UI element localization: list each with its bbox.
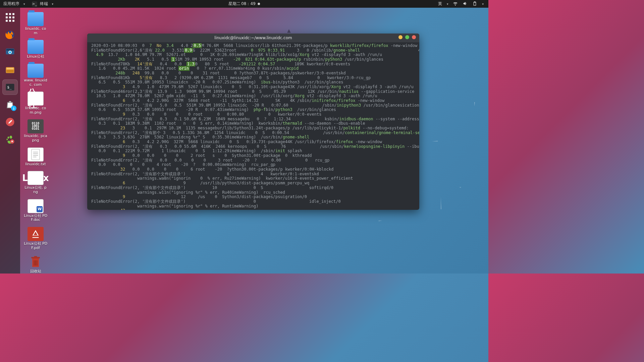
input-method-indicator[interactable]: 英 <box>438 1 442 7</box>
screenshot-launcher[interactable] <box>2 45 18 60</box>
notification-dot-icon <box>258 3 260 5</box>
svg-rect-18 <box>31 257 40 258</box>
desktop-icon-label: Linux公社 <box>27 55 44 59</box>
terminal-line: 32 0.0 0.0 0 0 6 root -20 ?ython30.00t-p… <box>91 167 415 172</box>
software-launcher[interactable]: ↓ <box>2 97 18 112</box>
trash-icon <box>28 255 44 269</box>
desktop-icon[interactable]: 公社linuxidc. com.png <box>23 92 48 115</box>
terminal-window[interactable]: linuxidc@linuxidc:~/www.linuxidc.com 202… <box>87 34 419 210</box>
desktop-icon-label: linuxidc. com.png <box>23 106 48 115</box>
desktop-icon-label: Linux公社 PDF.doc <box>23 214 48 222</box>
terminal-line: FileNotFound95ror(2,6'没有 22.0 3.5310.9G … <box>91 48 415 53</box>
desktop-icon-label: 回收站 <box>30 269 41 274</box>
terminal-line: warnings.wa8n("ignorin 0 % err, Ru27imeW… <box>91 176 415 181</box>
chevron-down-icon: ▾ <box>482 2 484 6</box>
battery-icon[interactable] <box>472 1 477 7</box>
terminal-line: FileNotFoundError(2, '没有那个文件或目录') 0 idle… <box>91 199 415 204</box>
terminal-line: FileNotFoundError(2, '没有 5.0 0.5 551M 39… <box>91 103 415 108</box>
image-thumbnail-icon: 公社 <box>28 92 44 106</box>
files-launcher[interactable] <box>2 62 18 77</box>
terminal-line: FileNotFoundError(2, '没有那个文件或目录') 10 0 S… <box>91 186 415 190</box>
window-title: linuxidc@linuxidc:~/www.linuxidc.com <box>214 36 292 40</box>
download-badge-icon: ↓ <box>11 106 16 111</box>
terminal-line: 0.0 0.1 221M 9.72M 1 linuxidc 0 S 1:12.2… <box>91 149 415 154</box>
desktop-icon[interactable]: linuxidc. com <box>23 12 48 35</box>
terminal-line: 6 0.3 4.2 2.90G 327M 5668 linuxidc 0 S 0… <box>91 140 415 144</box>
svg-rect-19 <box>34 256 37 257</box>
desktop-icon-label: linuxidc. com <box>23 27 48 35</box>
desktop-icon[interactable]: 011010010101linuxidc. pcapng <box>23 119 48 142</box>
terminal-line: warnings.warn("ignoring %r" % err, Runti… <box>91 204 415 209</box>
terminal-line: 6 9.6 4.2 2.90G 327M 5668 root -11 Syth1… <box>91 99 415 103</box>
text-file-icon <box>28 147 44 162</box>
terminal-line: 23 3 0.1 297M 10.1M 1135 messagebur/lib/… <box>91 126 415 131</box>
active-app-label[interactable]: 终端 <box>39 1 49 7</box>
applications-menu[interactable]: 应用程序 <box>2 1 21 7</box>
desktop-icon[interactable]: WLinux公社 PDF.doc <box>23 199 48 222</box>
doc-file-icon: W <box>28 199 44 213</box>
text-editor-launcher[interactable] <box>2 114 18 130</box>
dock: $_ ↓ <box>0 8 20 274</box>
terminal-line: 0.3 3.5 3.63G 278M 5362 linuxidcng %r" S… <box>91 135 415 140</box>
svg-text:$_: $_ <box>7 85 12 89</box>
terminal-line: FileNotFoundError(2, '没有 0.0 0.0 0 0 3 r… <box>91 158 415 163</box>
resize-hint-icon: ▲ <box>287 28 291 33</box>
chevron-down-icon: ▾ <box>51 2 55 6</box>
terminal-line: 9 0.0 0.0 0 0 2 root s 0 Sython31.00t-pa… <box>91 154 415 158</box>
svg-rect-6 <box>7 68 13 69</box>
desktop-icon[interactable]: 回收站 <box>23 255 48 274</box>
terminal-content[interactable]: 2020-03-10 08:09:03 0 7 No 3.4 4.0 20.5M… <box>87 42 419 210</box>
desktop-icon-label: linuxidc.txt <box>25 162 46 167</box>
top-panel: 应用程序 ▾ >_ 终端 ▾ 星期二 08：49 英 ▾ ▾ <box>0 0 488 8</box>
window-close-button[interactable] <box>412 35 416 39</box>
desktop-icon[interactable]: linuxidc.txt <box>23 147 48 167</box>
terminal-line: 0.6 0.5 551M 37.6M 10953 root -20 R 0:07… <box>91 108 415 112</box>
terminal-indicator-icon[interactable]: >_ <box>32 1 37 7</box>
window-titlebar[interactable]: linuxidc@linuxidc:~/www.linuxidc.com <box>87 34 419 42</box>
clock[interactable]: 星期二 08：49 <box>228 1 260 7</box>
terminal-line: FileNotFoundError(2, '没有那个 3 0.5 1.33G 3… <box>91 131 415 135</box>
window-minimize-button[interactable] <box>398 35 402 39</box>
desktop-icon[interactable]: Linux公社 <box>23 40 48 59</box>
firefox-icon <box>5 30 15 40</box>
desktop-icon-label: Linux公社. png <box>23 186 48 194</box>
folder-icon <box>28 64 44 78</box>
desktop-icon[interactable]: www. linuxidc. com <box>23 64 48 87</box>
show-applications-button[interactable] <box>2 10 18 25</box>
terminal-line: 6.5 0.5 551M 39.8M 10953 linuxidcn -20 R… <box>91 80 415 85</box>
camera-icon <box>5 47 15 57</box>
desktop-icon[interactable]: LinuxLinux公社. png <box>23 171 48 194</box>
wifi-icon[interactable] <box>453 1 458 7</box>
gnome-foot-icon <box>5 134 15 144</box>
terminal-line: FileNotFound46ror(2,3'没有 13.9 1.3 900M 9… <box>91 89 415 94</box>
window-maximize-button[interactable] <box>405 35 409 39</box>
svg-rect-7 <box>6 70 14 73</box>
terminal-line: 9 12 /us 0 Sython3/dist-packages/psuigra… <box>91 195 415 199</box>
desktop-icons: linuxidc. comLinux公社www. linuxidc. com公社… <box>23 12 48 274</box>
terminal-line: FileNotFoundError(2, '没有 0.3 0.1 50.6M 6… <box>91 117 415 122</box>
terminal-line: 9 0.3 0.0 0 0 0 root 0 0:00.80 0 kworker… <box>91 112 415 117</box>
terminal-line: 4.9 13.7 1.0 84.9M 79.7M 52671.ot 0 1K 0… <box>91 53 415 57</box>
chevron-down-icon: ▾ <box>447 2 448 6</box>
terminal-line: FileNotFoundError(2, '没有 0.3 0.0 55.6M 4… <box>91 144 415 149</box>
desktop-icon[interactable]: Linux公社 PDF.pdf <box>23 227 48 250</box>
terminal-icon: $_ <box>5 82 15 92</box>
tweaks-launcher[interactable] <box>2 132 18 147</box>
terminal-line: FileNotFound81Kb 5'没有 8.3 2 (9290.6M 6.2… <box>91 76 415 80</box>
terminal-launcher[interactable]: $_ <box>2 79 18 95</box>
desktop-icon-label: Linux公社 PDF.pdf <box>23 242 48 250</box>
terminal-line: 10.5 1.0 472M 78.0M 5267 gdm xidc -11 S … <box>91 94 415 99</box>
firefox-launcher[interactable] <box>2 27 18 43</box>
svg-point-3 <box>9 51 11 53</box>
desktop-icon-label: www. linuxidc. com <box>23 78 48 87</box>
terminal-line: 6 9 /usr/lib/python3/dist-packages/psmm_… <box>91 181 415 186</box>
terminal-line: 42 <box>91 208 415 210</box>
image-thumbnail-icon: Linux <box>28 171 44 185</box>
clock-day: 星期二 <box>228 1 240 7</box>
volume-icon[interactable] <box>463 1 468 7</box>
chevron-down-icon: ▾ <box>22 2 26 6</box>
terminal-line: 248b 248 99.8 0.0 0 0 31 root 0 ?ython37… <box>91 71 415 76</box>
terminal-line: 2020-03-10 08:09:03 0 7 No 3.4 4.0 20.5M… <box>91 44 415 48</box>
svg-rect-12 <box>32 149 40 160</box>
binary-file-icon: 011010010101 <box>28 119 44 133</box>
